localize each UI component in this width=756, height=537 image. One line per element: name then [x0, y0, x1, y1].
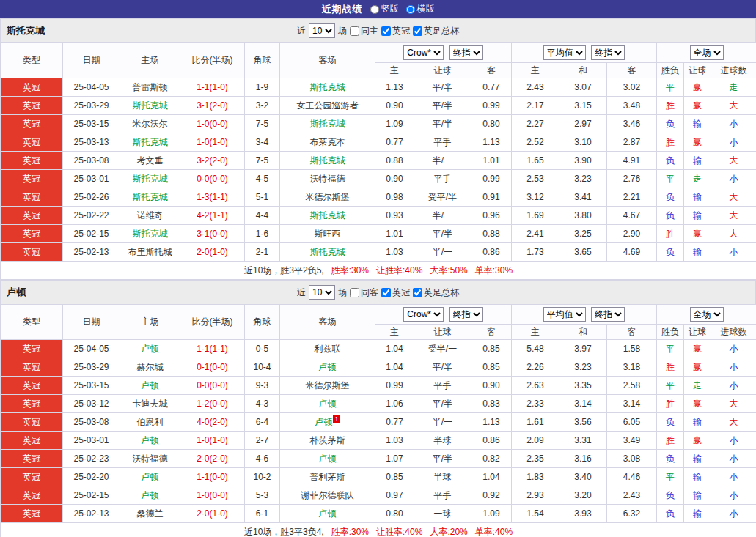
- team-name: 卢顿: [7, 286, 26, 299]
- handicap-outcome: 走: [684, 377, 711, 395]
- score: 1-0(0-0): [180, 486, 245, 505]
- avg-away-odds: 3.02: [607, 78, 657, 97]
- avg-type-select[interactable]: 平均值: [543, 307, 586, 322]
- table-row: 英冠 25-03-15 米尔沃尔 1-0(0-0) 7-5 斯托克城 1.09 …: [1, 115, 756, 133]
- odds-stage-select[interactable]: 终指: [449, 307, 483, 322]
- avg-home-odds: 1.69: [512, 207, 559, 225]
- recent-count-select[interactable]: 10: [309, 23, 335, 38]
- handicap-outcome: 输: [684, 152, 711, 170]
- avg-draw-odds: 3.65: [559, 243, 607, 262]
- same-side-checkbox[interactable]: [350, 26, 359, 36]
- summary-stat: 大率:50%: [430, 265, 467, 275]
- avg-draw-odds: 3.41: [559, 188, 607, 207]
- summary-stat: 让胜率:40%: [376, 265, 422, 275]
- league-badge: 英冠: [1, 188, 63, 207]
- match-scope-select[interactable]: 全场: [690, 307, 724, 322]
- horizontal-radio-label: 横版: [417, 3, 435, 15]
- same-side-checkbox[interactable]: [350, 288, 359, 297]
- goals-outcome: 小: [711, 115, 756, 133]
- handicap-line: 平/半: [414, 115, 471, 133]
- summary-row: 近10场，胜3平2负5,胜率:30%让胜率:40%大率:50%单率:30%: [1, 262, 756, 280]
- avg-away-odds: 4.91: [607, 152, 657, 170]
- facup-checkbox[interactable]: [413, 288, 422, 297]
- home-team: 斯托克城: [120, 188, 180, 207]
- vertical-radio[interactable]: [370, 5, 379, 14]
- score: 4-0(2-0): [180, 413, 245, 432]
- championship-checkbox[interactable]: [381, 288, 391, 297]
- league-filter-championship[interactable]: 英冠: [381, 25, 410, 37]
- avg-stage-select[interactable]: 终指: [591, 307, 625, 322]
- bookmaker-select[interactable]: Crow*: [403, 307, 444, 322]
- handicap-line: 平/半: [414, 450, 471, 468]
- goals-outcome: 大: [711, 97, 756, 115]
- corner-score: 9-3: [245, 377, 280, 395]
- avg-home-odds: 2.35: [512, 450, 559, 468]
- table-row: 英冠 25-02-13 桑德兰 2-0(1-0) 6-1 卢顿 0.80 一球 …: [1, 505, 756, 523]
- league-badge: 英冠: [1, 486, 63, 505]
- result-outcome: 平: [657, 170, 684, 188]
- match-date: 25-02-15: [63, 486, 120, 505]
- championship-checkbox[interactable]: [381, 26, 391, 36]
- away-odds: 1.13: [471, 133, 512, 152]
- facup-checkbox[interactable]: [413, 26, 422, 36]
- goals-outcome: 大: [711, 188, 756, 207]
- avg-away-odds: 6.32: [607, 505, 657, 523]
- goals-outcome: 小: [711, 468, 756, 486]
- col-odds-away: 客: [471, 63, 512, 78]
- section-header: 卢顿 近 10 场 同客 英冠 英足总杯: [0, 280, 756, 304]
- avg-away-odds: 3.46: [607, 115, 657, 133]
- handicap-outcome: 输: [684, 188, 711, 207]
- corner-score: 1-9: [245, 78, 280, 97]
- bookmaker-select[interactable]: Crow*: [403, 45, 444, 60]
- same-side-filter[interactable]: 同客: [350, 286, 378, 299]
- goals-outcome: 大: [711, 152, 756, 170]
- handicap-line: 平/半: [414, 78, 471, 97]
- same-side-filter[interactable]: 同主: [350, 25, 378, 37]
- avg-type-select[interactable]: 平均值: [543, 45, 586, 60]
- goals-outcome: 小: [711, 133, 756, 152]
- handicap-outcome: 输: [684, 486, 711, 505]
- match-scope-select[interactable]: 全场: [690, 45, 724, 60]
- home-team: 布里斯托城: [120, 243, 180, 262]
- section-header: 斯托克城 近 10 场 同主 英冠 英足总杯: [0, 18, 756, 42]
- scope-select-cell: 全场: [657, 305, 756, 325]
- games-label: 场: [338, 25, 347, 37]
- odds-stage-select[interactable]: 终指: [449, 45, 483, 60]
- horizontal-radio[interactable]: [406, 5, 415, 14]
- layout-option-vertical[interactable]: 竖版: [370, 3, 399, 15]
- home-team: 斯托克城: [120, 97, 180, 115]
- col-away: 客场: [280, 43, 375, 78]
- recent-count-select[interactable]: 10: [309, 285, 335, 300]
- league-filter-facup[interactable]: 英足总杯: [413, 286, 459, 299]
- away-odds: 0.86: [471, 243, 512, 262]
- home-team: 卢顿: [120, 468, 180, 486]
- goals-outcome: 小: [711, 486, 756, 505]
- home-team: 桑德兰: [120, 505, 180, 523]
- avg-draw-odds: 3.23: [559, 358, 607, 377]
- corner-score: 4-5: [245, 170, 280, 188]
- league-badge: 英冠: [1, 243, 63, 262]
- home-odds: 0.90: [375, 170, 414, 188]
- col-date: 日期: [63, 43, 120, 78]
- col-away: 客场: [280, 305, 375, 340]
- handicap-outcome: 输: [684, 115, 711, 133]
- corner-score: 7-5: [245, 152, 280, 170]
- result-outcome: 胜: [657, 395, 684, 413]
- goals-outcome: 小: [711, 243, 756, 262]
- avg-stage-select[interactable]: 终指: [591, 45, 625, 60]
- table-row: 英冠 25-03-29 赫尔城 0-1(0-0) 10-4 卢顿 1.04 平/…: [1, 358, 756, 377]
- avg-draw-odds: 3.40: [559, 468, 607, 486]
- col-odds-home: 主: [375, 63, 414, 78]
- handicap-line: 平手: [414, 133, 471, 152]
- league-filter-facup[interactable]: 英足总杯: [413, 25, 459, 37]
- avg-home-odds: 2.53: [512, 170, 559, 188]
- away-team: 利兹联: [280, 340, 375, 358]
- league-badge: 英冠: [1, 505, 63, 523]
- layout-option-horizontal[interactable]: 横版: [406, 3, 435, 15]
- home-odds: 0.80: [375, 505, 414, 523]
- handicap-outcome: 赢: [684, 225, 711, 243]
- handicap-line: 一球: [414, 505, 471, 523]
- league-filter-championship[interactable]: 英冠: [381, 286, 410, 299]
- goals-outcome: 小: [711, 450, 756, 468]
- handicap-line: 半/一: [414, 152, 471, 170]
